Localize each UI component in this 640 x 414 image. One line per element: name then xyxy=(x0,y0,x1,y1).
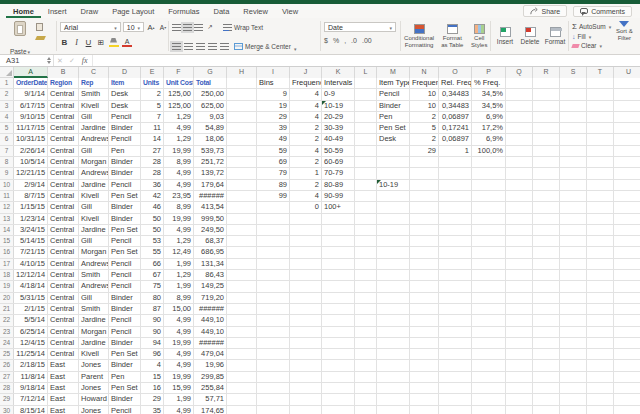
column-header-A[interactable]: A xyxy=(14,67,48,78)
row-header-14[interactable]: 14 xyxy=(0,225,14,235)
cell-R2[interactable] xyxy=(533,89,560,99)
cell-A14[interactable]: 3/24/15 xyxy=(14,225,48,235)
cell-L23[interactable] xyxy=(355,327,377,337)
row-header-3[interactable]: 3 xyxy=(0,101,14,111)
cell-A20[interactable]: 5/31/15 xyxy=(14,293,48,303)
cell-M29[interactable] xyxy=(377,394,410,404)
cell-T26[interactable] xyxy=(587,360,614,370)
cell-N18[interactable] xyxy=(410,270,439,280)
cell-H4[interactable] xyxy=(227,112,257,122)
cell-P20[interactable] xyxy=(472,293,506,303)
cell-Q7[interactable] xyxy=(506,146,533,156)
cell-J14[interactable] xyxy=(290,225,322,235)
decrease-decimal-button[interactable]: .00 xyxy=(362,37,372,44)
cell-P17[interactable] xyxy=(472,259,506,269)
cell-H19[interactable] xyxy=(227,281,257,291)
row-header-25[interactable]: 25 xyxy=(0,349,14,359)
font-color-button[interactable]: A xyxy=(122,38,132,47)
cell-F30[interactable]: 4,99 xyxy=(164,406,194,414)
cell-D24[interactable]: Binder xyxy=(109,338,141,348)
cell-H2[interactable] xyxy=(227,89,257,99)
cell-A26[interactable]: 2/18/15 xyxy=(14,360,48,370)
cell-L10[interactable] xyxy=(355,180,377,190)
cell-O29[interactable] xyxy=(439,394,472,404)
cell-G11[interactable]: ###### xyxy=(194,191,227,201)
cell-H23[interactable] xyxy=(227,327,257,337)
cell-K22[interactable] xyxy=(322,315,355,325)
cell-F22[interactable]: 4,99 xyxy=(164,315,194,325)
cell-J11[interactable]: 4 xyxy=(290,191,322,201)
cell-C26[interactable]: Jones xyxy=(79,360,109,370)
insert-cells-button[interactable]: Insert xyxy=(493,27,517,45)
cell-A19[interactable]: 4/18/14 xyxy=(14,281,48,291)
cell-S17[interactable] xyxy=(560,259,587,269)
cell-U26[interactable] xyxy=(614,360,640,370)
format-as-table-button[interactable]: Formatas Table xyxy=(436,24,468,48)
cell-M1[interactable]: Item Type xyxy=(377,78,410,88)
cell-E27[interactable]: 15 xyxy=(141,372,164,382)
cell-H7[interactable] xyxy=(227,146,257,156)
cell-B15[interactable]: Central xyxy=(48,236,79,246)
cell-E10[interactable]: 36 xyxy=(141,180,164,190)
cell-R14[interactable] xyxy=(533,225,560,235)
cell-H3[interactable] xyxy=(227,101,257,111)
cell-J8[interactable]: 2 xyxy=(290,157,322,167)
cell-D7[interactable]: Pen xyxy=(109,146,141,156)
cell-R25[interactable] xyxy=(533,349,560,359)
cell-I23[interactable] xyxy=(257,327,290,337)
cell-K2[interactable]: 0-9 xyxy=(322,89,355,99)
cell-J6[interactable]: 2 xyxy=(290,134,322,144)
cell-I11[interactable]: 99 xyxy=(257,191,290,201)
cell-G28[interactable]: 255,84 xyxy=(194,383,227,393)
cell-R19[interactable] xyxy=(533,281,560,291)
row-header-26[interactable]: 26 xyxy=(0,360,14,370)
cell-J25[interactable] xyxy=(290,349,322,359)
cell-N20[interactable] xyxy=(410,293,439,303)
cell-U30[interactable] xyxy=(614,406,640,414)
sort-filter-button[interactable]: Sort &Filter xyxy=(616,21,633,41)
cell-S13[interactable] xyxy=(560,214,587,224)
cell-P5[interactable]: 17,2% xyxy=(472,123,506,133)
cell-H11[interactable] xyxy=(227,191,257,201)
cell-S3[interactable] xyxy=(560,101,587,111)
cell-C7[interactable]: Gill xyxy=(79,146,109,156)
number-format-select[interactable]: Date xyxy=(324,22,396,32)
cell-O18[interactable] xyxy=(439,270,472,280)
cell-C30[interactable]: Jones xyxy=(79,406,109,414)
cell-D11[interactable]: Pen Set xyxy=(109,191,141,201)
cell-P24[interactable] xyxy=(472,338,506,348)
cell-T19[interactable] xyxy=(587,281,614,291)
cell-D1[interactable]: Item xyxy=(109,78,141,88)
cell-I9[interactable]: 79 xyxy=(257,168,290,178)
cell-M22[interactable] xyxy=(377,315,410,325)
cell-F13[interactable]: 19,99 xyxy=(164,214,194,224)
cell-S28[interactable] xyxy=(560,383,587,393)
cell-M25[interactable] xyxy=(377,349,410,359)
cell-E1[interactable]: Units xyxy=(141,78,164,88)
autosum-button[interactable]: Σ AutoSum xyxy=(572,22,611,31)
cell-Q24[interactable] xyxy=(506,338,533,348)
cell-K27[interactable] xyxy=(322,372,355,382)
cell-G8[interactable]: 251,72 xyxy=(194,157,227,167)
column-header-Q[interactable]: Q xyxy=(506,67,533,78)
cell-S29[interactable] xyxy=(560,394,587,404)
cell-B10[interactable]: Central xyxy=(48,180,79,190)
cell-S30[interactable] xyxy=(560,406,587,414)
cell-D12[interactable]: Binder xyxy=(109,202,141,212)
cell-A30[interactable]: 8/15/14 xyxy=(14,406,48,414)
cell-U12[interactable] xyxy=(614,202,640,212)
cell-H15[interactable] xyxy=(227,236,257,246)
cell-B5[interactable]: Central xyxy=(48,123,79,133)
cell-S1[interactable] xyxy=(560,78,587,88)
comma-style-button[interactable]: , xyxy=(344,37,346,44)
cell-U24[interactable] xyxy=(614,338,640,348)
cancel-icon[interactable]: ✕ xyxy=(54,57,66,65)
cell-R22[interactable] xyxy=(533,315,560,325)
cell-B7[interactable]: Central xyxy=(48,146,79,156)
cell-O12[interactable] xyxy=(439,202,472,212)
cell-S19[interactable] xyxy=(560,281,587,291)
cell-J12[interactable]: 0 xyxy=(290,202,322,212)
cell-Q9[interactable] xyxy=(506,168,533,178)
cell-N3[interactable]: 10 xyxy=(410,101,439,111)
cell-Q21[interactable] xyxy=(506,304,533,314)
